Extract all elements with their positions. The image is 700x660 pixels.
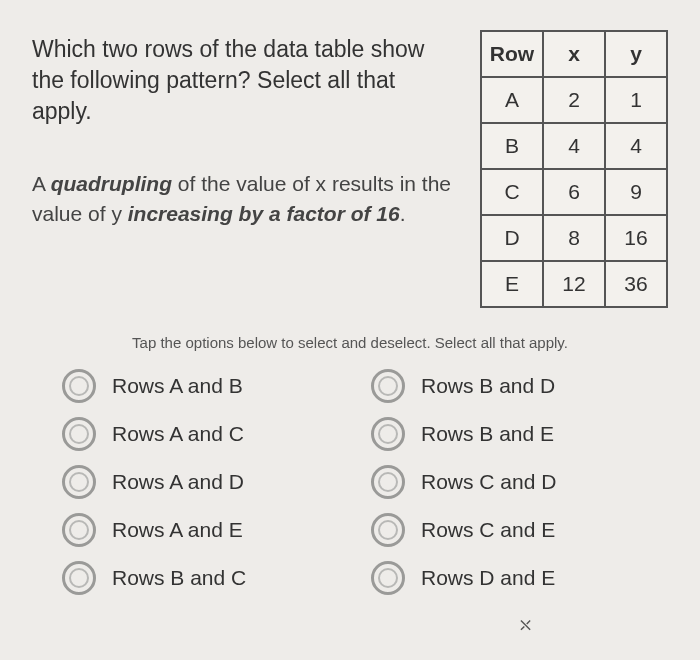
option-label: Rows D and E	[421, 566, 555, 590]
data-table: Row x y A 2 1 B 4 4 C 6 9 D 8 16 E 12 36	[480, 30, 668, 308]
option-label: Rows A and C	[112, 422, 244, 446]
radio-icon	[62, 417, 96, 451]
option-rows-a-b[interactable]: Rows A and B	[62, 369, 341, 403]
radio-icon	[371, 465, 405, 499]
radio-icon	[371, 561, 405, 595]
table-row: C 6 9	[481, 169, 667, 215]
option-rows-d-e[interactable]: Rows D and E	[371, 561, 650, 595]
table-header-x: x	[543, 31, 605, 77]
option-rows-a-c[interactable]: Rows A and C	[62, 417, 341, 451]
option-rows-a-d[interactable]: Rows A and D	[62, 465, 341, 499]
option-rows-a-e[interactable]: Rows A and E	[62, 513, 341, 547]
radio-icon	[62, 369, 96, 403]
table-row: B 4 4	[481, 123, 667, 169]
cell-y: 9	[605, 169, 667, 215]
option-label: Rows B and D	[421, 374, 555, 398]
radio-icon	[62, 465, 96, 499]
instruction-text: Tap the options below to select and dese…	[32, 334, 668, 351]
radio-icon	[62, 561, 96, 595]
option-rows-b-e[interactable]: Rows B and E	[371, 417, 650, 451]
cell-x: 2	[543, 77, 605, 123]
question-text: Which two rows of the data table show th…	[32, 34, 456, 127]
pattern-quadrupling: quadrupling	[51, 172, 172, 195]
option-label: Rows C and E	[421, 518, 555, 542]
options-grid: Rows A and B Rows B and D Rows A and C R…	[32, 369, 668, 595]
cell-y: 16	[605, 215, 667, 261]
pattern-text: A quadrupling of the value of x results …	[32, 169, 456, 228]
option-label: Rows C and D	[421, 470, 556, 494]
radio-icon	[371, 417, 405, 451]
option-label: Rows A and E	[112, 518, 243, 542]
cell-x: 8	[543, 215, 605, 261]
pattern-seg-3: .	[400, 202, 406, 225]
cell-row: E	[481, 261, 543, 307]
option-rows-b-d[interactable]: Rows B and D	[371, 369, 650, 403]
pattern-factor: increasing by a factor of 16	[128, 202, 400, 225]
cell-row: C	[481, 169, 543, 215]
pattern-seg-1: A	[32, 172, 51, 195]
option-label: Rows B and E	[421, 422, 554, 446]
option-label: Rows B and C	[112, 566, 246, 590]
option-label: Rows A and B	[112, 374, 243, 398]
option-rows-c-d[interactable]: Rows C and D	[371, 465, 650, 499]
cell-row: A	[481, 77, 543, 123]
cell-y: 4	[605, 123, 667, 169]
table-header-row: Row	[481, 31, 543, 77]
radio-icon	[62, 513, 96, 547]
table-header-y: y	[605, 31, 667, 77]
table-row: A 2 1	[481, 77, 667, 123]
cell-y: 1	[605, 77, 667, 123]
cell-row: B	[481, 123, 543, 169]
cell-y: 36	[605, 261, 667, 307]
option-label: Rows A and D	[112, 470, 244, 494]
cursor-icon: ⤬	[518, 614, 533, 636]
cell-x: 12	[543, 261, 605, 307]
cell-row: D	[481, 215, 543, 261]
radio-icon	[371, 513, 405, 547]
option-rows-c-e[interactable]: Rows C and E	[371, 513, 650, 547]
cell-x: 4	[543, 123, 605, 169]
cell-x: 6	[543, 169, 605, 215]
table-row: E 12 36	[481, 261, 667, 307]
radio-icon	[371, 369, 405, 403]
table-row: D 8 16	[481, 215, 667, 261]
option-rows-b-c[interactable]: Rows B and C	[62, 561, 341, 595]
